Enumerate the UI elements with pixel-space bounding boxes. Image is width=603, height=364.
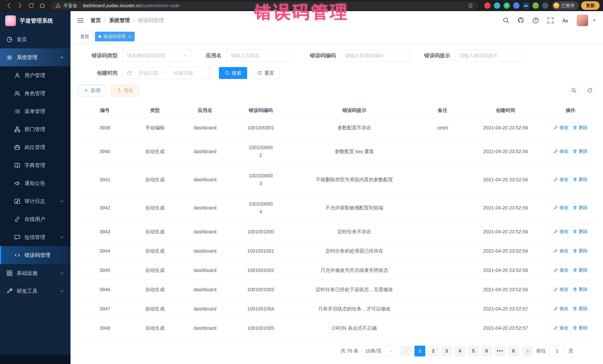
extension-icon-red[interactable] <box>484 2 491 9</box>
font-size-icon[interactable] <box>562 17 569 24</box>
extension-icon-blue-grid[interactable] <box>513 2 520 9</box>
pencil-icon <box>554 326 558 330</box>
sidebar-item[interactable]: 审计日志 <box>0 192 70 210</box>
extension-icon-leaf[interactable] <box>533 2 539 9</box>
error-hint-input[interactable] <box>455 50 524 62</box>
sidebar-item[interactable]: 角色管理 <box>0 84 70 102</box>
sidebar-item[interactable]: 字典管理 <box>0 156 70 174</box>
extension-icon-teal[interactable] <box>494 2 500 9</box>
delete-button[interactable]: 删除 <box>573 148 588 154</box>
pagination: 共 76 条 10条/页 123456•••8 前往 页 <box>78 338 596 356</box>
sidebar-item[interactable]: 通知公告 <box>0 174 70 192</box>
extension-icon-dark[interactable] <box>542 2 548 9</box>
browser-home-button[interactable] <box>39 2 46 9</box>
edit-button[interactable]: 修改 <box>554 176 568 182</box>
tab-home[interactable]: 首页 <box>77 32 93 41</box>
pagination-page-button[interactable]: 3 <box>441 346 452 356</box>
search-button[interactable]: 搜索 <box>219 67 247 79</box>
cell-remark <box>419 261 466 280</box>
bookmark-star-icon[interactable] <box>468 3 474 9</box>
browser-back-button[interactable] <box>6 2 12 9</box>
col-actions: 操作 <box>545 103 596 118</box>
prev-page-button[interactable] <box>400 346 411 356</box>
edit-button[interactable]: 修改 <box>554 124 568 131</box>
sidebar-item[interactable]: 研发工具 <box>0 282 70 300</box>
edit-button[interactable]: 修改 <box>554 248 568 254</box>
github-icon[interactable] <box>517 17 524 24</box>
cell-actions: 修改删除 <box>545 118 596 138</box>
sidebar-item[interactable]: 在线用户 <box>0 210 70 228</box>
extension-icon-on-badge[interactable]: on <box>523 2 529 9</box>
sidebar-item[interactable]: 基础设施 <box>0 264 70 282</box>
search-icon[interactable] <box>502 17 510 24</box>
delete-button[interactable]: 删除 <box>573 306 588 311</box>
reset-button[interactable]: 重置 <box>252 67 280 79</box>
next-page-button[interactable] <box>522 346 533 356</box>
extension-icon-green-v[interactable]: V <box>504 2 510 9</box>
sidebar-item[interactable]: 部门管理 <box>0 120 70 138</box>
delete-button[interactable]: 删除 <box>573 124 588 131</box>
sidebar-collapse-bar[interactable] <box>0 355 70 364</box>
table-row: 3945自动生成dashboard1001001002只允许修改为开启或者关闭状… <box>78 261 596 280</box>
goto-page-input[interactable] <box>549 346 565 356</box>
delete-button[interactable]: 删除 <box>573 267 588 273</box>
fullscreen-icon[interactable] <box>547 17 554 24</box>
pagination-more-button[interactable]: ••• <box>495 346 505 356</box>
sidebar-item[interactable]: 系统管理 <box>0 48 70 66</box>
breadcrumb-home[interactable]: 首页 <box>91 17 101 24</box>
pagination-page-button[interactable]: 5 <box>468 346 479 356</box>
edit-button[interactable]: 修改 <box>554 205 568 210</box>
sidebar-item[interactable]: 错误码管理 <box>0 246 70 264</box>
hamburger-icon[interactable] <box>77 17 84 24</box>
sidebar-item[interactable]: 短信管理 <box>0 228 70 246</box>
cell-type: 自动生成 <box>132 166 178 194</box>
pagination-page-button[interactable]: 6 <box>481 346 492 356</box>
sidebar-item[interactable]: 菜单管理 <box>0 102 70 120</box>
logo[interactable]: 芋道管理系统 <box>0 11 70 30</box>
pagination-page-button[interactable]: 8 <box>508 346 519 356</box>
delete-button[interactable]: 删除 <box>573 248 588 254</box>
pagination-page-button[interactable]: 2 <box>428 346 439 356</box>
browser-reload-button[interactable] <box>28 2 35 9</box>
update-button[interactable]: 更新 <box>581 1 600 10</box>
sidebar-item[interactable]: 首页 <box>0 30 70 48</box>
page-size-select[interactable]: 10条/页 <box>362 346 397 356</box>
user-avatar[interactable] <box>577 15 588 26</box>
error-code-input[interactable] <box>341 50 410 62</box>
paused-badge[interactable]: 已暂停 <box>552 1 579 10</box>
sidebar-item-label: 用户管理 <box>24 72 45 79</box>
date-range-picker[interactable]: 开始日期 - 结束日期 <box>122 67 211 79</box>
browser-forward-button[interactable] <box>17 2 23 9</box>
delete-button[interactable]: 删除 <box>573 229 588 234</box>
filter-label: 错误码类型 <box>78 52 118 59</box>
help-icon[interactable] <box>532 17 539 24</box>
close-icon[interactable]: × <box>128 34 131 39</box>
delete-button[interactable]: 删除 <box>573 325 588 331</box>
cell-id: 3941 <box>78 166 132 194</box>
goto-label: 前往 <box>536 348 546 354</box>
edit-button[interactable]: 修改 <box>554 148 568 154</box>
edit-button[interactable]: 修改 <box>554 229 568 234</box>
toggle-search-button[interactable] <box>568 85 580 96</box>
edit-button[interactable]: 修改 <box>554 267 568 273</box>
delete-button[interactable]: 删除 <box>573 205 588 210</box>
add-button[interactable]: 新增 <box>78 85 106 96</box>
error-type-select[interactable]: 请选择错误码类型 <box>122 50 191 62</box>
refresh-table-button[interactable] <box>584 85 596 96</box>
tab-error-code[interactable]: 错误码管理 × <box>95 32 135 41</box>
edit-button[interactable]: 修改 <box>554 306 568 311</box>
edit-button[interactable]: 修改 <box>554 286 568 292</box>
app-name-input[interactable] <box>226 50 295 62</box>
cell-app: dashboard <box>178 261 232 280</box>
export-button[interactable]: 导出 <box>111 85 139 96</box>
edit-button[interactable]: 修改 <box>554 325 568 331</box>
delete-button[interactable]: 删除 <box>573 286 588 292</box>
caret-down-icon[interactable] <box>592 18 597 23</box>
cell-remark <box>419 194 466 222</box>
pagination-page-button[interactable]: 4 <box>454 346 465 356</box>
sidebar-item[interactable]: 岗位管理 <box>0 138 70 156</box>
pagination-page-button[interactable]: 1 <box>415 346 425 356</box>
delete-button[interactable]: 删除 <box>573 176 588 182</box>
breadcrumb-system[interactable]: 系统管理 <box>109 17 130 24</box>
sidebar-item[interactable]: 用户管理 <box>0 66 70 84</box>
